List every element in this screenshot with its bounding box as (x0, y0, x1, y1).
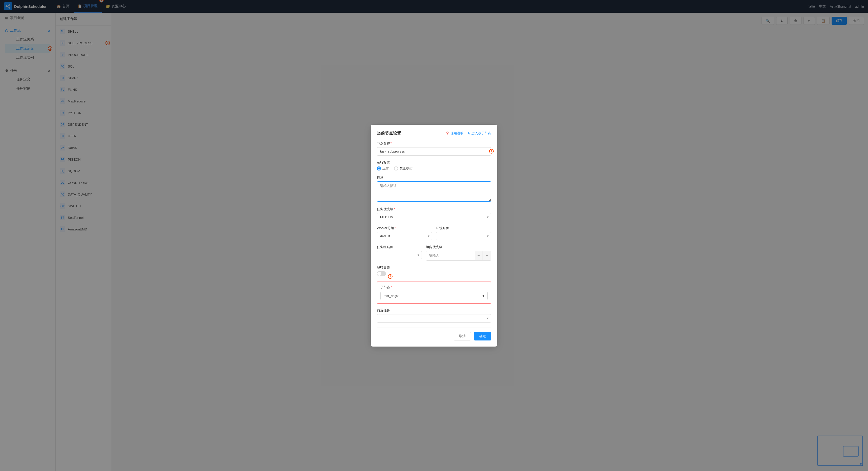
desc-form-item: 描述 (377, 175, 491, 202)
node-name-label: 节点名称 * (377, 141, 491, 146)
help-link[interactable]: ❓ 使用说明 (445, 131, 464, 135)
stepper-plus-btn[interactable]: + (483, 251, 491, 260)
env-select-wrapper: ▾ (436, 232, 491, 240)
priority-select[interactable]: MEDIUM HIGH LOW (377, 213, 491, 221)
env-form-item: 环境名称 ▾ (436, 226, 491, 240)
pre-task-label: 前置任务 (377, 308, 491, 313)
group-priority-label: 组内优先级 (426, 245, 491, 249)
radio-disable[interactable]: 禁止执行 (394, 166, 413, 171)
annotation-4: 4 (489, 149, 494, 154)
radio-normal[interactable]: 正常 (377, 166, 389, 171)
modal: 当前节点设置 ❓ 使用说明 ↳ 进入该子节点 节点名称 * 4 (371, 125, 497, 347)
task-group-select-wrapper: ▾ (377, 251, 422, 259)
task-group-label: 任务组名称 (377, 245, 422, 249)
sub-node-label: 子节点 * (380, 285, 488, 290)
priority-select-wrapper: MEDIUM HIGH LOW ▾ (377, 213, 491, 221)
pre-task-form-item: 前置任务 ▾ (377, 308, 491, 322)
worker-group-select-wrapper: default ▾ (377, 232, 432, 240)
timeout-form-item: 超时告警 5 (377, 265, 491, 277)
radio-disable-circle (394, 166, 398, 170)
desc-label: 描述 (377, 175, 491, 180)
radio-normal-circle (377, 166, 381, 170)
stepper-minus-btn[interactable]: − (475, 251, 483, 260)
worker-group-select[interactable]: default (377, 232, 432, 240)
priority-label: 任务优先级 * (377, 207, 491, 212)
worker-group-form-item: Worker分组 * default ▾ (377, 226, 432, 240)
env-select[interactable] (436, 232, 491, 240)
env-label: 环境名称 (436, 226, 491, 230)
required-star-2: * (394, 207, 395, 211)
pre-task-select-wrapper: ▾ (377, 314, 491, 322)
group-priority-stepper: − + (426, 251, 491, 260)
timeout-toggle[interactable] (377, 271, 386, 276)
enter-node-link[interactable]: ↳ 进入该子节点 (468, 131, 491, 135)
group-priority-form-item: 组内优先级 − + (426, 245, 491, 260)
toggle-knob (377, 272, 381, 276)
enter-icon: ↳ (468, 131, 470, 135)
cancel-button[interactable]: 取消 (454, 332, 471, 341)
required-star: * (391, 142, 392, 145)
sub-node-section: 子节点 * test_dag01 ▾ (377, 282, 491, 304)
timeout-label: 超时告警 (377, 265, 491, 270)
worker-group-label: Worker分组 * (377, 226, 432, 230)
task-group-form-item: 任务组名称 ▾ (377, 245, 422, 260)
question-icon: ❓ (445, 131, 450, 135)
sub-node-arrow: ▾ (483, 294, 484, 298)
node-name-form-item: 节点名称 * 4 (377, 141, 491, 156)
run-flag-radio-group: 正常 禁止执行 (377, 166, 491, 171)
task-group-select[interactable] (377, 251, 422, 259)
pre-task-select[interactable] (377, 314, 491, 322)
priority-form-item: 任务优先级 * MEDIUM HIGH LOW ▾ (377, 207, 491, 221)
modal-title: 当前节点设置 (377, 131, 401, 136)
required-star-3: * (395, 226, 396, 230)
worker-env-row: Worker分组 * default ▾ 环境名称 ▾ (377, 226, 491, 245)
modal-footer: 取消 确定 (377, 327, 491, 341)
modal-header-actions: ❓ 使用说明 ↳ 进入该子节点 (445, 131, 491, 135)
group-priority-input[interactable] (426, 252, 475, 259)
run-flag-label: 运行标志 (377, 160, 491, 165)
taskgroup-grouppriority-row: 任务组名称 ▾ 组内优先级 − + (377, 245, 491, 265)
annotation-5: 5 (388, 274, 393, 279)
modal-overlay[interactable]: 当前节点设置 ❓ 使用说明 ↳ 进入该子节点 节点名称 * 4 (0, 0, 868, 471)
required-star-4: * (391, 285, 392, 289)
desc-textarea[interactable] (377, 181, 491, 201)
node-name-input[interactable] (377, 147, 491, 156)
sub-node-select[interactable]: test_dag01 ▾ (380, 292, 488, 300)
run-flag-form-item: 运行标志 正常 禁止执行 (377, 160, 491, 171)
modal-header: 当前节点设置 ❓ 使用说明 ↳ 进入该子节点 (377, 131, 491, 136)
confirm-button[interactable]: 确定 (474, 332, 491, 341)
